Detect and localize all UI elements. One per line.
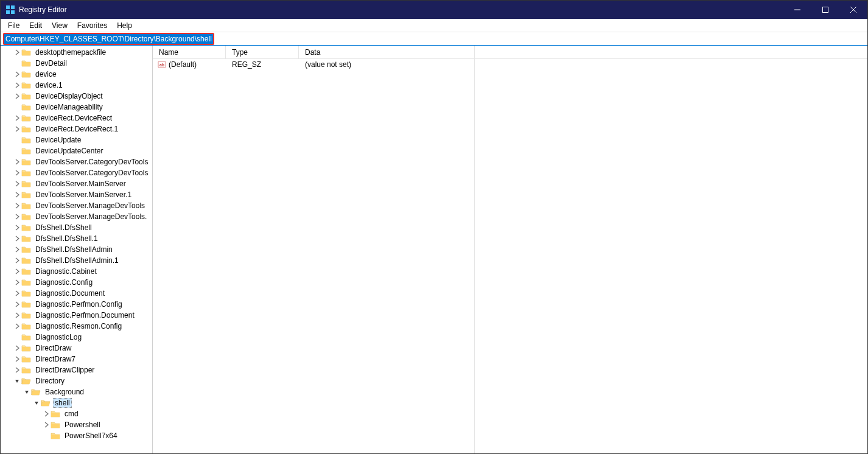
- expand-icon[interactable]: [13, 169, 21, 177]
- list-row[interactable]: ab(Default)REG_SZ(value not set): [153, 59, 867, 70]
- tree-item[interactable]: DevToolsServer.CategoryDevTools: [1, 167, 152, 178]
- list-pane[interactable]: Name Type Data ab(Default)REG_SZ(value n…: [153, 46, 867, 453]
- tree-item-label: DeviceUpdateCenter: [33, 147, 105, 155]
- close-button[interactable]: [839, 1, 867, 19]
- tree-item-label: PowerShell7x64: [63, 431, 119, 440]
- tree-item[interactable]: Directory: [1, 375, 152, 386]
- expand-icon[interactable]: [13, 114, 21, 122]
- svg-rect-32: [22, 314, 30, 318]
- svg-rect-8: [22, 51, 30, 55]
- tree-item[interactable]: device: [1, 69, 152, 80]
- expand-icon[interactable]: [13, 289, 21, 298]
- tree-item-label: DevToolsServer.ManageDevTools: [33, 201, 147, 210]
- tree-item[interactable]: DiagnosticLog: [1, 332, 152, 343]
- tree-item[interactable]: Background: [1, 386, 152, 397]
- menu-edit[interactable]: Edit: [24, 20, 47, 31]
- menu-favorites[interactable]: Favorites: [72, 20, 112, 31]
- tree-item[interactable]: DevToolsServer.MainServer: [1, 178, 152, 189]
- tree-item[interactable]: DevToolsServer.ManageDevTools.: [1, 211, 152, 222]
- expand-icon[interactable]: [13, 125, 21, 133]
- svg-rect-36: [22, 358, 30, 362]
- expand-icon[interactable]: [13, 245, 21, 254]
- tree-item[interactable]: DeviceUpdateCenter: [1, 145, 152, 156]
- collapse-icon[interactable]: [23, 388, 31, 396]
- expand-icon[interactable]: [13, 81, 21, 89]
- expand-icon[interactable]: [13, 311, 21, 320]
- tree-item[interactable]: shell: [1, 397, 152, 408]
- tree-item[interactable]: DeviceRect.DeviceRect: [1, 113, 152, 124]
- tree-item[interactable]: DirectDrawClipper: [1, 365, 152, 375]
- tree-item[interactable]: PowerShell7x64: [1, 430, 152, 441]
- tree-item[interactable]: DevToolsServer.MainServer.1: [1, 189, 152, 200]
- expand-icon[interactable]: [13, 190, 21, 199]
- tree-item[interactable]: DirectDraw: [1, 343, 152, 354]
- svg-rect-26: [22, 248, 30, 253]
- expand-icon[interactable]: [13, 92, 21, 100]
- column-header-data[interactable]: Data: [299, 46, 867, 58]
- tree-item[interactable]: DfsShell.DfsShellAdmin.1: [1, 255, 152, 266]
- tree-item[interactable]: DevToolsServer.ManageDevTools: [1, 200, 152, 211]
- tree-item[interactable]: DevToolsServer.CategoryDevTools: [1, 156, 152, 167]
- tree-item[interactable]: DeviceRect.DeviceRect.1: [1, 124, 152, 134]
- expand-icon[interactable]: [13, 300, 21, 309]
- tree-item[interactable]: Diagnostic.Config: [1, 277, 152, 288]
- svg-rect-33: [22, 325, 30, 329]
- column-header-type[interactable]: Type: [226, 46, 299, 58]
- expand-icon[interactable]: [13, 212, 21, 221]
- tree-item-label: DevToolsServer.CategoryDevTools: [33, 158, 150, 166]
- menu-view[interactable]: View: [47, 20, 72, 31]
- expand-icon[interactable]: [13, 366, 21, 374]
- tree-item[interactable]: DeviceDisplayObject: [1, 91, 152, 102]
- expand-icon[interactable]: [42, 410, 51, 418]
- tree-item[interactable]: Diagnostic.Cabinet: [1, 266, 152, 277]
- svg-rect-22: [22, 204, 30, 209]
- folder-icon: [21, 201, 31, 210]
- tree-item[interactable]: DirectDraw7: [1, 354, 152, 365]
- expand-icon[interactable]: [13, 70, 21, 79]
- tree-item[interactable]: DfsShell.DfsShell.1: [1, 233, 152, 244]
- tree-item-label: DeviceDisplayObject: [33, 92, 105, 100]
- expand-icon[interactable]: [13, 355, 21, 363]
- tree-item[interactable]: Powershell: [1, 419, 152, 430]
- tree-item[interactable]: DeviceManageability: [1, 102, 152, 113]
- menu-help[interactable]: Help: [112, 20, 137, 31]
- tree-item[interactable]: DfsShell.DfsShell: [1, 222, 152, 233]
- tree-item[interactable]: desktopthemepackfile: [1, 47, 152, 58]
- expand-icon[interactable]: [13, 201, 21, 210]
- expand-icon[interactable]: [13, 256, 21, 265]
- tree-item[interactable]: device.1: [1, 80, 152, 91]
- minimize-button[interactable]: [783, 1, 811, 19]
- svg-rect-12: [22, 95, 30, 99]
- tree-item[interactable]: Diagnostic.Document: [1, 288, 152, 299]
- tree-item[interactable]: DevDetail: [1, 58, 152, 69]
- svg-rect-14: [22, 117, 30, 121]
- tree-item[interactable]: cmd: [1, 408, 152, 419]
- expand-icon[interactable]: [13, 278, 21, 287]
- menu-file[interactable]: File: [3, 20, 24, 31]
- tree-item[interactable]: DeviceUpdate: [1, 134, 152, 145]
- tree-pane[interactable]: desktopthemepackfileDevDetaildevicedevic…: [1, 46, 153, 453]
- svg-rect-16: [22, 139, 30, 143]
- expand-icon[interactable]: [13, 344, 21, 352]
- tree-item[interactable]: Diagnostic.Resmon.Config: [1, 321, 152, 332]
- expand-icon[interactable]: [13, 322, 21, 330]
- svg-rect-40: [51, 435, 60, 439]
- expand-icon[interactable]: [13, 234, 21, 243]
- expand-icon[interactable]: [13, 267, 21, 276]
- maximize-button[interactable]: [811, 1, 839, 19]
- tree-item[interactable]: Diagnostic.Perfmon.Config: [1, 299, 152, 310]
- tree-item[interactable]: Diagnostic.Perfmon.Document: [1, 310, 152, 321]
- collapse-icon[interactable]: [32, 399, 41, 407]
- expand-icon[interactable]: [42, 421, 51, 429]
- column-header-name[interactable]: Name: [153, 46, 226, 58]
- expand-icon[interactable]: [13, 48, 21, 57]
- tree-item[interactable]: DfsShell.DfsShellAdmin: [1, 244, 152, 255]
- titlebar[interactable]: Registry Editor: [1, 1, 867, 19]
- expand-icon[interactable]: [13, 223, 21, 232]
- expand-icon[interactable]: [13, 180, 21, 188]
- svg-rect-39: [51, 424, 60, 428]
- collapse-icon[interactable]: [13, 377, 21, 385]
- expand-icon[interactable]: [13, 158, 21, 166]
- folder-icon: [21, 322, 31, 330]
- address-bar[interactable]: Computer\HKEY_CLASSES_ROOT\Directory\Bac…: [3, 33, 214, 45]
